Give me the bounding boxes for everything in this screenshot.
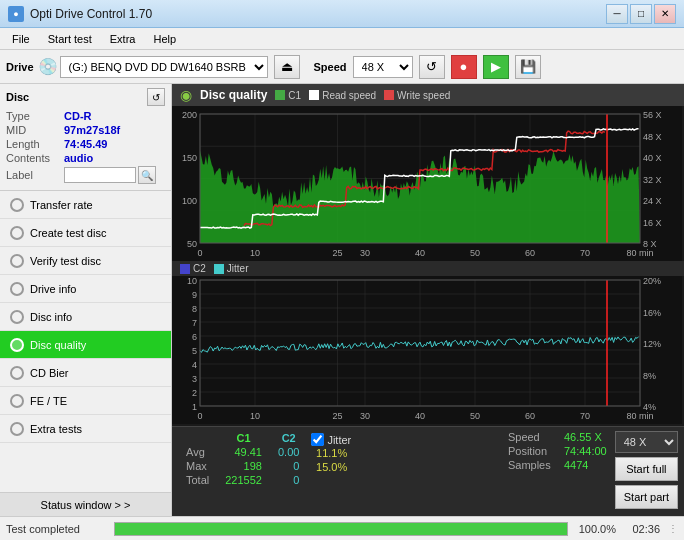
save-button[interactable]: 💾 <box>515 55 541 79</box>
sidebar-label-fe-te: FE / TE <box>30 395 67 407</box>
disc-length-value: 74:45.49 <box>64 138 107 150</box>
stats-max-row: Max 198 0 <box>178 459 307 473</box>
stats-avg-c2: 0.00 <box>270 445 307 459</box>
close-button[interactable]: ✕ <box>654 4 676 24</box>
samples-stat-row: Samples 4474 <box>508 459 607 471</box>
jitter-column: Jitter 11.1% 15.0% <box>311 431 351 474</box>
position-stat-row: Position 74:44:00 <box>508 445 607 457</box>
legend-c2-label: C2 <box>193 263 206 274</box>
disc-contents-row: Contents audio <box>6 152 165 164</box>
speed-dropdown[interactable]: 48 X <box>353 56 413 78</box>
legend-c1-label: C1 <box>288 90 301 101</box>
jitter-check-row: Jitter <box>311 433 351 446</box>
maximize-button[interactable]: □ <box>630 4 652 24</box>
nav-icon-cd-bier <box>10 366 24 380</box>
progress-bar-fill <box>115 523 567 535</box>
disc-length-row: Length 74:45.49 <box>6 138 165 150</box>
stats-avg-c1: 49.41 <box>217 445 270 459</box>
menu-starttest[interactable]: Start test <box>40 31 100 47</box>
legend-jitter-color <box>214 264 224 274</box>
status-window-button[interactable]: Status window > > <box>0 492 171 516</box>
legend-jitter-label: Jitter <box>227 263 249 274</box>
disc-info-panel: Disc ↺ Type CD-R MID 97m27s18f Length 74… <box>0 84 171 191</box>
stats-panel: C1 C2 Avg 49.41 0.00 Max 198 0 Total <box>172 426 684 513</box>
menu-extra[interactable]: Extra <box>102 31 144 47</box>
statusbar: Test completed 100.0% 02:36 ⋮ <box>0 516 684 540</box>
jitter-label: Jitter <box>327 434 351 446</box>
chart-header: ◉ Disc quality C1 Read speed Write speed <box>172 84 684 106</box>
disc-contents-label: Contents <box>6 152 64 164</box>
legend-c2-color <box>180 264 190 274</box>
minimize-button[interactable]: ─ <box>606 4 628 24</box>
drive-dropdown[interactable]: (G:) BENQ DVD DD DW1640 BSRB <box>60 56 268 78</box>
nav-icon-disc-info <box>10 310 24 324</box>
stats-max-c1: 198 <box>217 459 270 473</box>
speed-stat-row: Speed 46.55 X <box>508 431 607 443</box>
stats-avg-label: Avg <box>178 445 217 459</box>
right-controls: 48 X Start full Start part <box>615 431 678 509</box>
disc-title: Disc <box>6 91 29 103</box>
jitter-checkbox[interactable] <box>311 433 324 446</box>
nav-icon-disc-quality <box>10 338 24 352</box>
disc-contents-value: audio <box>64 152 93 164</box>
refresh-speed-button[interactable]: ↺ <box>419 55 445 79</box>
samples-stat-value: 4474 <box>564 459 588 471</box>
disc-refresh-button[interactable]: ↺ <box>147 88 165 106</box>
nav-icon-extra-tests <box>10 422 24 436</box>
nav-icon-fe-te <box>10 394 24 408</box>
disc-label-row: Label 🔍 <box>6 166 165 184</box>
sidebar-item-disc-info[interactable]: Disc info <box>0 303 171 331</box>
red-action-button[interactable]: ● <box>451 55 477 79</box>
sidebar-item-extra-tests[interactable]: Extra tests <box>0 415 171 443</box>
legend-jitter: Jitter <box>214 263 249 274</box>
legend-c2: C2 <box>180 263 206 274</box>
progress-label: 100.0% <box>576 523 616 535</box>
disc-type-label: Type <box>6 110 64 122</box>
sidebar-label-cd-bier: CD Bier <box>30 367 69 379</box>
legend-write-speed-color <box>384 90 394 100</box>
titlebar: ● Opti Drive Control 1.70 ─ □ ✕ <box>0 0 684 28</box>
lower-chart-header: C2 Jitter <box>172 261 684 276</box>
sidebar-item-fe-te[interactable]: FE / TE <box>0 387 171 415</box>
nav-icon-create-test-disc <box>10 226 24 240</box>
sidebar-item-verify-test-disc[interactable]: Verify test disc <box>0 247 171 275</box>
lower-chart-canvas <box>172 276 682 424</box>
stats-table-area: C1 C2 Avg 49.41 0.00 Max 198 0 Total <box>178 431 351 509</box>
upper-chart <box>172 106 684 261</box>
lower-chart <box>172 276 684 426</box>
sidebar-label-drive-info: Drive info <box>30 283 76 295</box>
sidebar-label-disc-info: Disc info <box>30 311 72 323</box>
start-part-button[interactable]: Start part <box>615 485 678 509</box>
stats-header-c1: C1 <box>217 431 270 445</box>
sidebar-item-create-test-disc[interactable]: Create test disc <box>0 219 171 247</box>
position-stat-value: 74:44:00 <box>564 445 607 457</box>
menu-file[interactable]: File <box>4 31 38 47</box>
disc-label-input[interactable] <box>64 167 136 183</box>
speed-stat-label: Speed <box>508 431 558 443</box>
drive-select-area: 💿 (G:) BENQ DVD DD DW1640 BSRB <box>40 56 268 78</box>
disc-label-search-button[interactable]: 🔍 <box>138 166 156 184</box>
speed-label: Speed <box>314 61 347 73</box>
sidebar-label-disc-quality: Disc quality <box>30 339 86 351</box>
sidebar-item-transfer-rate[interactable]: Transfer rate <box>0 191 171 219</box>
stats-header-c2: C2 <box>270 431 307 445</box>
stats-total-c2: 0 <box>270 473 307 487</box>
stats-total-label: Total <box>178 473 217 487</box>
upper-chart-canvas <box>172 106 682 261</box>
sidebar-item-drive-info[interactable]: Drive info <box>0 275 171 303</box>
sidebar-item-disc-quality[interactable]: Disc quality <box>0 331 171 359</box>
drive-eject-button[interactable]: ⏏ <box>274 55 300 79</box>
window-controls: ─ □ ✕ <box>606 4 676 24</box>
drive-icon: 💿 <box>40 59 56 75</box>
test-speed-dropdown[interactable]: 48 X <box>615 431 678 453</box>
green-action-button[interactable]: ▶ <box>483 55 509 79</box>
disc-mid-value: 97m27s18f <box>64 124 120 136</box>
start-full-button[interactable]: Start full <box>615 457 678 481</box>
sidebar-item-cd-bier[interactable]: CD Bier <box>0 359 171 387</box>
speed-stat-value: 46.55 X <box>564 431 602 443</box>
nav-items: Transfer rate Create test disc Verify te… <box>0 191 171 492</box>
time-label: 02:36 <box>624 523 660 535</box>
menu-help[interactable]: Help <box>145 31 184 47</box>
position-stat-label: Position <box>508 445 558 457</box>
main-content: Disc ↺ Type CD-R MID 97m27s18f Length 74… <box>0 84 684 516</box>
